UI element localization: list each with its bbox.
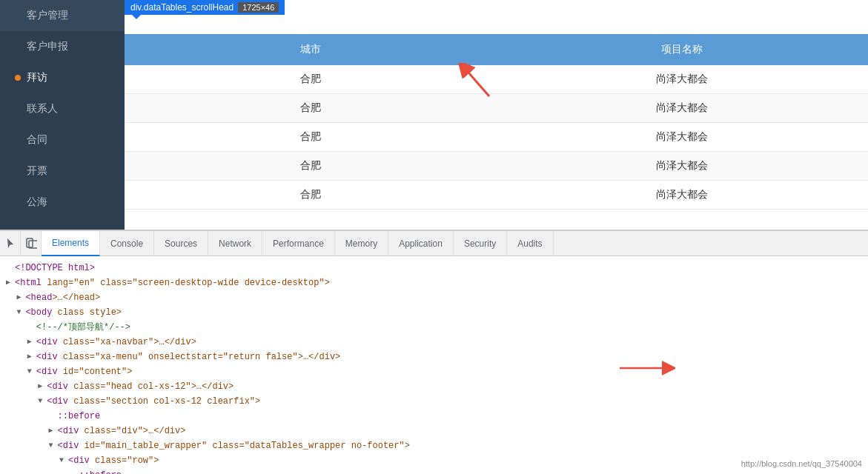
collapse-icon[interactable] [27, 365, 36, 378]
table-cell-city: 合肥 [125, 65, 497, 93]
attr-text: class="head col-xs-12">…</div> [68, 380, 233, 393]
comment-text: <!--/*顶部导航*/--> [36, 321, 130, 334]
devtools-tab-performance[interactable]: Performance [262, 231, 335, 256]
indent [6, 291, 16, 304]
tag-text: ::before [79, 469, 122, 474]
devtools-tab-memory[interactable]: Memory [335, 231, 388, 256]
indent [6, 454, 59, 467]
attr-text: class="row"> [90, 454, 159, 467]
sidebar-item-contacts[interactable]: 联系人 [0, 93, 125, 124]
expand-icon[interactable] [16, 291, 25, 304]
sidebar-item-label: 联系人 [27, 102, 58, 116]
svg-rect-1 [27, 238, 33, 247]
svg-line-0 [463, 67, 489, 96]
tag-name: <head [25, 291, 52, 304]
indent [6, 336, 27, 349]
active-dot-icon [15, 75, 21, 81]
code-line-10: <div class="section col-xs-12 clearfix"> [0, 394, 868, 409]
sidebar-item-invoices[interactable]: 开票 [0, 156, 125, 187]
collapse-icon[interactable] [16, 306, 25, 319]
devtools-tab-network[interactable]: Network [208, 231, 262, 256]
devtools-code-panel: ▶<!DOCTYPE html><html lang="en" class="s… [0, 256, 868, 474]
attr-text: >…</head> [52, 291, 100, 304]
devtools-panel: ElementsConsoleSourcesNetworkPerformance… [0, 230, 868, 474]
code-line-3: <head>…</head> [0, 290, 868, 305]
main-content: 城市 项目名称 合肥 尚泽大都会 合肥 尚泽大都会 合肥 尚泽大都会 合肥 尚泽… [125, 0, 868, 230]
devtools-tab-console[interactable]: Console [100, 231, 154, 256]
expand-icon[interactable] [49, 424, 58, 438]
sidebar-item-outgoing[interactable]: 公海 [0, 187, 125, 218]
sidebar-item-label: 公海 [27, 196, 47, 209]
table-header: 城市 项目名称 [125, 34, 868, 65]
red-arrow-top [452, 63, 497, 102]
code-line-7: <div class="xa-menu" onselectstart="retu… [0, 350, 868, 364]
table-cell-city: 合肥 [125, 123, 497, 151]
sidebar-item-label: 拜访 [27, 71, 47, 84]
table-cell-city: 合肥 [125, 181, 497, 209]
indent [6, 365, 27, 378]
collapse-icon[interactable] [49, 439, 58, 453]
attr-text: id="content"> [58, 365, 133, 378]
watermark: http://blog.csdn.net/qq_37540004 [741, 459, 862, 468]
table-row: 合肥 尚泽大都会 [125, 181, 868, 210]
expand-icon[interactable] [38, 380, 47, 393]
code-line-9: <div class="head col-xs-12">…</div> [0, 379, 868, 394]
sidebar-item-label: 合同 [27, 133, 47, 147]
table-row: 合肥 尚泽大都会 [125, 123, 868, 152]
sidebar-item-customers[interactable]: 客户管理 [0, 0, 125, 31]
tag-name: <div [36, 365, 58, 378]
devtools-tab-audits[interactable]: Audits [507, 231, 553, 256]
code-line-13: <div id="main_table_wrapper" class="data… [0, 438, 868, 453]
code-line-2: <html lang="en" class="screen-desktop-wi… [0, 276, 868, 290]
indent [6, 350, 27, 364]
sidebar-item-applications[interactable]: 客户申报 [0, 31, 125, 62]
indent [6, 395, 38, 408]
collapse-icon[interactable] [38, 395, 47, 408]
code-line-5: ▶<!--/*顶部导航*/--> [0, 320, 868, 335]
devtools-tab-security[interactable]: Security [454, 231, 507, 256]
attr-text: class="xa-navbar">…</div> [58, 336, 196, 349]
attr-text: id="main_table_wrapper" class="dataTable… [79, 439, 409, 453]
devtools-cursor-icon[interactable] [0, 231, 21, 256]
red-arrow-bottom [616, 353, 675, 385]
expand-icon[interactable] [27, 350, 36, 364]
tooltip-dimensions: 1725×46 [238, 2, 279, 13]
code-line-15: ▶::before [0, 468, 868, 474]
code-line-6: <div class="xa-navbar">…</div> [0, 335, 868, 350]
collapse-icon[interactable] [59, 454, 68, 467]
attr-text: class="div">…</div> [79, 424, 185, 438]
tag-name: <html [15, 276, 42, 290]
devtools-tabs: ElementsConsoleSourcesNetworkPerformance… [42, 231, 554, 256]
expand-icon[interactable] [6, 276, 15, 290]
indent [6, 380, 38, 393]
table-cell-project: 尚泽大都会 [497, 152, 869, 180]
devtools-tab-elements[interactable]: Elements [42, 231, 100, 256]
sidebar-item-visits[interactable]: 拜访 [0, 62, 125, 93]
tag-name: <body [25, 306, 52, 319]
table-cell-project: 尚泽大都会 [497, 123, 869, 151]
indent [6, 469, 70, 474]
sidebar-item-label: 开票 [27, 164, 47, 178]
tag-text: <!DOCTYPE html> [15, 261, 95, 275]
table-cell-city: 合肥 [125, 94, 497, 122]
devtools-tab-application[interactable]: Application [388, 231, 454, 256]
devtools-device-icon[interactable] [21, 231, 42, 256]
sidebar: 客户管理客户申报拜访联系人合同开票公海 [0, 0, 125, 230]
table-header-project: 项目名称 [497, 34, 869, 65]
table-header-city: 城市 [125, 34, 497, 65]
table-cell-project: 尚泽大都会 [497, 65, 869, 93]
sidebar-item-contracts[interactable]: 合同 [0, 124, 125, 156]
devtools-tab-sources[interactable]: Sources [154, 231, 208, 256]
tag-name: <div [58, 439, 79, 453]
sidebar-item-label: 客户申报 [27, 40, 68, 53]
indent [6, 439, 49, 453]
tag-name: <div [47, 395, 68, 408]
tag-name: <div [47, 380, 68, 393]
tag-name: <div [58, 424, 79, 438]
table-cell-project: 尚泽大都会 [497, 94, 869, 122]
tag-text: ::before [58, 410, 101, 423]
tooltip-element-name: div.dataTables_scrollHead [130, 2, 233, 13]
tag-name: <div [36, 350, 58, 364]
expand-icon[interactable] [27, 336, 36, 349]
table-cell-city: 合肥 [125, 152, 497, 180]
